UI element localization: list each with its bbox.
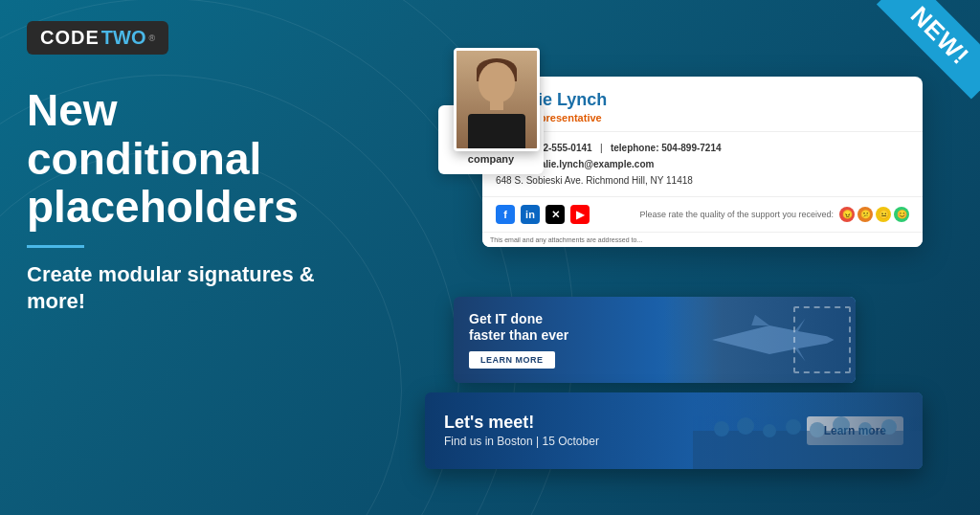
social-icons-group: f in ✕ ▶ — [496, 205, 590, 224]
company-name-text: company — [468, 153, 514, 165]
sig-job-title: Sales Representative — [496, 112, 909, 123]
photo-bg — [457, 51, 537, 148]
banner1-image — [664, 297, 856, 383]
sig-name: Natalie Lynch — [496, 90, 909, 110]
heading-line3: placeholders — [27, 182, 299, 232]
new-banner: NEW! — [865, 0, 980, 115]
banner2-subtitle: Find us in Boston | 15 October — [444, 435, 599, 448]
banner2-title: Let's meet! — [444, 414, 599, 433]
rating-face-1[interactable]: 😠 — [839, 207, 855, 222]
facebook-icon[interactable]: f — [496, 205, 515, 224]
svg-point-3 — [763, 424, 776, 437]
youtube-icon[interactable]: ▶ — [570, 205, 590, 224]
sig-tel-label: telephone: — [611, 143, 659, 153]
dashed-placeholder-box — [793, 306, 851, 373]
svg-point-8 — [881, 419, 897, 435]
rating-face-2[interactable]: 😕 — [858, 207, 873, 222]
person-photo — [454, 48, 540, 151]
banner1-title: Get IT done faster than ever — [469, 311, 568, 344]
banner2-left-area: Let's meet! Find us in Boston | 15 Octob… — [425, 402, 618, 459]
twitter-x-icon[interactable]: ✕ — [546, 205, 565, 224]
sig-mobile-row: mobile: 202-555-0141 | telephone: 504-89… — [496, 140, 909, 156]
heading-divider — [27, 245, 84, 248]
main-heading: New conditional placeholders — [27, 86, 352, 232]
svg-point-5 — [810, 422, 825, 437]
svg-point-7 — [858, 422, 872, 436]
sig-details: mobile: 202-555-0141 | telephone: 504-89… — [482, 132, 923, 197]
heading-line2: conditional — [27, 134, 261, 184]
rating-faces: 😠 😕 😐 😊 — [839, 207, 909, 222]
logo-code-text: CODE — [40, 27, 100, 49]
crowd-icon — [693, 392, 923, 469]
banner2-bg — [693, 392, 923, 469]
rating-face-3[interactable]: 😐 — [876, 207, 891, 222]
photo-head — [479, 62, 515, 102]
main-background: NEW! CODETWO® New conditional placeholde… — [0, 0, 980, 515]
codetwo-logo: CODETWO® — [27, 21, 168, 55]
photo-neck — [490, 99, 503, 110]
photo-body — [468, 114, 525, 148]
new-badge-text: NEW! — [877, 0, 980, 100]
rating-section: Please rate the quality of the support y… — [639, 207, 909, 222]
rating-face-4[interactable]: 😊 — [894, 207, 909, 222]
sig-address-row: 648 S. Sobieski Ave. Richmond Hill, NY 1… — [496, 172, 909, 189]
banner1-learn-more-btn[interactable]: LEARN MORE — [469, 351, 555, 369]
logo-two-text: TWO — [101, 27, 146, 49]
sig-email-row: email: natalie.lynch@example.com — [496, 156, 909, 172]
signature-card: Natalie Lynch Sales Representative mobil… — [482, 77, 923, 247]
banner1-line1: Get IT done — [469, 311, 543, 326]
sig-header: Natalie Lynch Sales Representative — [482, 77, 923, 132]
svg-point-6 — [833, 416, 850, 434]
logo-registered: ® — [148, 34, 155, 43]
svg-point-2 — [737, 417, 754, 435]
sig-tel-value: 504-899-7214 — [661, 143, 721, 153]
rating-label: Please rate the quality of the support y… — [639, 210, 834, 219]
banner1-text-area: Get IT done faster than ever LEARN MORE — [454, 298, 584, 382]
sig-disclaimer: This email and any attachments are addre… — [482, 232, 923, 247]
banner-card-2: Let's meet! Find us in Boston | 15 Octob… — [425, 392, 923, 469]
linkedin-icon[interactable]: in — [521, 205, 540, 224]
svg-point-1 — [714, 421, 729, 437]
disclaimer-text: This email and any attachments are addre… — [490, 236, 642, 243]
banner-card-1: Get IT done faster than ever LEARN MORE — [454, 297, 856, 383]
sig-email-value: natalie.lynch@example.com — [526, 159, 655, 169]
heading-line1: New — [27, 85, 118, 135]
svg-point-4 — [786, 419, 801, 435]
sub-heading: Create modular signatures & more! — [27, 261, 352, 316]
banner1-line2: faster than ever — [469, 327, 568, 343]
left-content: New conditional placeholders Create modu… — [27, 86, 352, 316]
svg-rect-0 — [693, 431, 923, 469]
sig-footer: f in ✕ ▶ Please rate the quality of the … — [482, 197, 923, 232]
